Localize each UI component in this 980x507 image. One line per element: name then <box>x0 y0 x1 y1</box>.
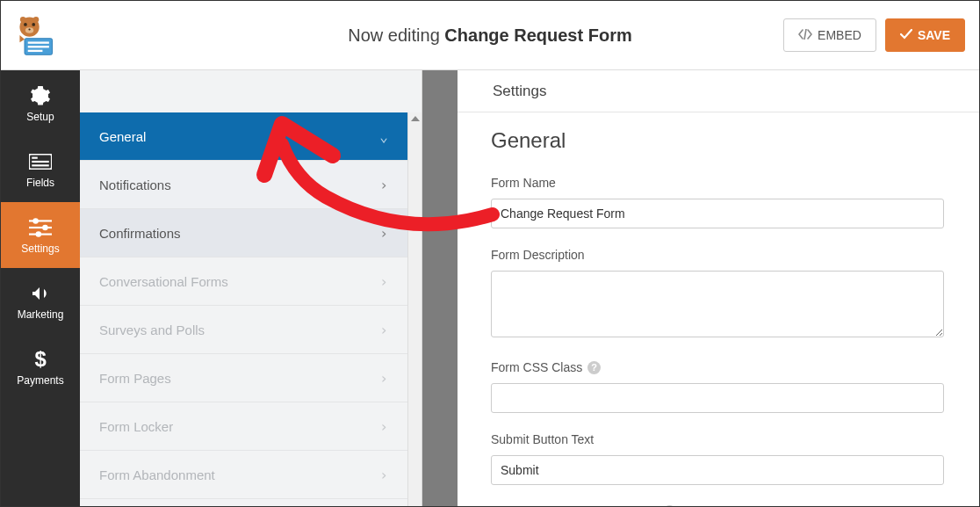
submit-text-label: Submit Button Text <box>491 432 944 446</box>
content: Settings General Form Name Form Descript… <box>458 70 979 507</box>
bullhorn-icon <box>29 282 52 305</box>
svg-rect-10 <box>28 50 43 52</box>
content-body: General Form Name Form Description Form … <box>458 112 979 507</box>
iconbar-setup[interactable]: Setup <box>1 70 80 136</box>
sidebar-item-form-abandonment[interactable]: Form Abandonment › <box>80 451 407 499</box>
chevron-right-icon: › <box>379 273 388 290</box>
form-css-input[interactable] <box>491 383 944 413</box>
section-title: General <box>491 128 944 153</box>
svg-point-16 <box>32 218 39 224</box>
form-description-input[interactable] <box>491 271 944 337</box>
submit-text-input[interactable] <box>491 455 944 485</box>
form-description-label: Form Description <box>491 248 944 262</box>
iconbar-label: Settings <box>21 243 59 255</box>
chevron-down-icon: ⌄ <box>379 128 388 145</box>
sidebar-item-label: Form Locker <box>99 419 173 434</box>
svg-rect-14 <box>32 164 49 166</box>
svg-point-5 <box>20 17 26 23</box>
form-title: Change Request Form <box>444 25 631 45</box>
list-icon <box>29 150 52 173</box>
page-title: Now editing Change Request Form <box>348 25 631 46</box>
content-header-label: Settings <box>493 83 546 100</box>
svg-point-20 <box>36 231 42 237</box>
svg-point-2 <box>32 23 35 26</box>
sidebar-item-label: Confirmations <box>99 226 181 241</box>
sidebar-item-form-locker[interactable]: Form Locker › <box>80 402 407 451</box>
svg-rect-12 <box>32 156 38 158</box>
code-icon <box>798 28 812 42</box>
dollar-icon: $ <box>29 348 52 371</box>
content-header: Settings <box>458 70 979 112</box>
check-icon <box>900 28 912 42</box>
embed-label: EMBED <box>818 28 861 42</box>
svg-point-1 <box>24 23 27 26</box>
form-name-input[interactable] <box>491 199 944 228</box>
sidebar-item-form-pages[interactable]: Form Pages › <box>80 354 407 402</box>
app-logo <box>11 11 61 60</box>
svg-point-18 <box>42 224 47 230</box>
iconbar-label: Payments <box>17 374 63 387</box>
chevron-right-icon: › <box>379 322 388 338</box>
svg-rect-9 <box>28 46 49 47</box>
settings-sidebar: General ⌄ Notifications › Confirmations … <box>80 70 422 507</box>
svg-point-4 <box>28 28 30 30</box>
chevron-right-icon: › <box>379 225 388 242</box>
sidebar-item-conversational[interactable]: Conversational Forms › <box>80 257 407 306</box>
embed-button[interactable]: EMBED <box>783 18 876 52</box>
scroll-up-icon <box>410 114 420 123</box>
form-name-label: Form Name <box>491 176 944 190</box>
chevron-right-icon: › <box>379 177 388 193</box>
gear-icon <box>29 84 52 107</box>
svg-rect-8 <box>28 41 49 43</box>
iconbar-settings[interactable]: Settings <box>1 202 80 268</box>
iconbar-payments[interactable]: $ Payments <box>1 334 80 400</box>
sidebar-item-surveys[interactable]: Surveys and Polls › <box>80 306 407 354</box>
iconbar-label: Fields <box>26 177 54 189</box>
chevron-right-icon: › <box>379 370 388 387</box>
chevron-right-icon: › <box>379 418 388 435</box>
iconbar-marketing[interactable]: Marketing <box>1 268 80 334</box>
chevron-right-icon: › <box>379 467 388 483</box>
top-actions: EMBED SAVE <box>783 18 965 52</box>
help-icon[interactable]: ? <box>587 361 601 374</box>
sidebar-item-label: Surveys and Polls <box>99 322 205 337</box>
top-bar: Now editing Change Request Form EMBED SA… <box>1 1 979 70</box>
iconbar: Setup Fields Settings Marketing $ Paymen… <box>1 70 80 507</box>
svg-point-6 <box>33 17 40 23</box>
sidebar-item-label: Notifications <box>99 177 171 192</box>
sidebar-item-label: Form Pages <box>99 371 171 386</box>
sidebar-item-notifications[interactable]: Notifications › <box>80 161 407 209</box>
iconbar-label: Marketing <box>18 308 64 321</box>
svg-rect-13 <box>32 160 49 162</box>
sliders-icon <box>29 216 52 239</box>
sidebar-item-label: Form Abandonment <box>99 467 215 482</box>
sidebar-item-label: General <box>99 129 146 144</box>
iconbar-label: Setup <box>26 111 54 123</box>
sidebar-item-label: Conversational Forms <box>99 274 228 289</box>
editing-prefix: Now editing <box>348 25 444 45</box>
form-css-label: Form CSS Class ? <box>491 360 944 374</box>
sidebar-scrollbar[interactable] <box>407 112 422 507</box>
iconbar-fields[interactable]: Fields <box>1 136 80 202</box>
preview-gutter <box>422 70 458 507</box>
sidebar-item-general[interactable]: General ⌄ <box>80 112 407 161</box>
svg-text:$: $ <box>34 348 46 371</box>
sidebar-item-confirmations[interactable]: Confirmations › <box>80 209 407 257</box>
save-button[interactable]: SAVE <box>885 18 965 52</box>
save-label: SAVE <box>918 28 950 42</box>
